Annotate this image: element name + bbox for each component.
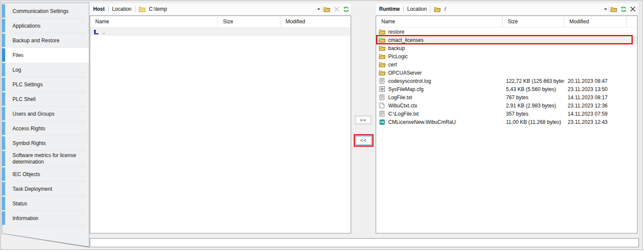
tab-accent-bar	[2, 122, 5, 135]
file-name: WibuCtxt.ctx	[388, 103, 417, 109]
file-row[interactable]: cert	[376, 60, 637, 69]
file-row[interactable]: codesyscontrol.log122,72 KB (125.663 byt…	[376, 77, 637, 85]
file-row[interactable]: OPCUAServer	[376, 69, 637, 77]
file-size: 767 bytes	[503, 94, 564, 101]
tab-accent-bar	[2, 48, 5, 62]
status-message-box	[90, 238, 639, 247]
host-refresh-button[interactable]	[342, 5, 350, 13]
file-name: C:\LogFile.txt	[388, 111, 419, 117]
file-gear-icon	[378, 86, 386, 92]
sidebar-item-plc-shell[interactable]: PLC Shell	[2, 92, 89, 107]
file-row[interactable]: CMCMLicenseNew.WibuCmRaU11,00 KB (11.268…	[376, 118, 637, 126]
sidebar-item-backup-and-restore[interactable]: Backup and Restore	[2, 33, 89, 48]
sidebar-item-label: Applications	[13, 21, 41, 31]
sidebar-item-communication-settings[interactable]: Communication Settings	[2, 4, 89, 19]
file-modified: 14.11.2023 08:17	[564, 94, 627, 101]
runtime-refresh-button[interactable]	[619, 5, 628, 13]
file-name: cert	[388, 62, 397, 68]
sidebar-item-symbol-rights[interactable]: Symbol Rights	[2, 136, 89, 151]
sidebar-item-label: IEC Objects	[13, 170, 40, 180]
sidebar-item-label: Symbol Rights	[13, 139, 46, 148]
copy-to-host-button[interactable]: <<	[355, 136, 372, 145]
up-arrow-icon	[92, 28, 100, 35]
sidebar-item-iec-objects[interactable]: IEC Objects	[2, 167, 89, 182]
sidebar-item-label: Files	[13, 50, 23, 60]
runtime-delete-button[interactable]	[628, 5, 637, 13]
tab-accent-bar	[2, 211, 5, 225]
file-name: ..	[102, 29, 105, 35]
runtime-new-folder-button[interactable]	[609, 5, 618, 13]
host-list-header: Name Size Modified	[90, 16, 351, 28]
copy-to-runtime-button[interactable]: >>	[355, 116, 371, 124]
toolbar-divider	[135, 6, 135, 13]
sidebar-item-label: Communication Settings	[13, 6, 69, 16]
host-location-label: Location	[109, 6, 135, 12]
sidebar-item-label: Task Deployment	[13, 184, 52, 194]
tab-accent-bar	[2, 34, 5, 47]
sidebar-item-label: Status	[13, 199, 27, 209]
host-rows: ..	[90, 28, 351, 36]
frame-inner-edge	[640, 2, 640, 248]
file-row[interactable]: SysFileMap.cfg5,43 KB (5.560 bytes)23.11…	[376, 85, 637, 93]
sidebar-item-users-and-groups[interactable]: Users and Groups	[2, 107, 89, 121]
sidebar-item-label: Information	[13, 214, 38, 224]
tab-accent-bar	[2, 63, 5, 76]
toolbar-divider	[609, 6, 609, 13]
file-cm-icon: CM	[378, 119, 386, 125]
file-row[interactable]: backup	[376, 44, 637, 52]
file-row[interactable]: restore	[376, 28, 637, 36]
column-header-modified[interactable]: Modified	[280, 16, 351, 27]
file-modified: 23.11.2023 13:50	[564, 86, 627, 92]
sidebar-item-software-metrics-for-license-determination[interactable]: Software metrics for license determinati…	[2, 151, 89, 167]
file-row[interactable]: ..	[90, 28, 351, 36]
file-name: OPCUAServer	[388, 70, 422, 76]
runtime-file-list: Name Size Modified restorecmact_licenses…	[376, 16, 638, 233]
sidebar-item-log[interactable]: Log	[2, 63, 89, 77]
tab-accent-bar	[2, 151, 5, 166]
runtime-location-label: Location	[404, 6, 430, 12]
sidebar-item-plc-settings[interactable]: PLC Settings	[2, 77, 89, 92]
host-file-list: Name Size Modified ..	[90, 16, 351, 233]
closed-folder-icon	[139, 6, 145, 12]
column-header-size[interactable]: Size	[503, 16, 564, 27]
toolbar-divider	[430, 6, 430, 13]
file-modified: 23.11.2023 12:36	[564, 103, 627, 109]
red-highlight-annotation: <<	[354, 134, 374, 147]
file-row[interactable]: PlcLogic	[376, 52, 637, 60]
file-row[interactable]: WibuCtxt.ctx2,91 KB (2.983 bytes)23.11.2…	[376, 101, 637, 110]
column-header-modified[interactable]: Modified	[564, 16, 627, 27]
host-delete-button[interactable]	[332, 5, 341, 13]
file-blank-icon	[378, 102, 386, 109]
file-row[interactable]: cmact_licenses	[376, 36, 637, 44]
column-header-name[interactable]: Name	[90, 16, 218, 27]
sidebar-item-files[interactable]: Files	[2, 48, 89, 63]
sidebar-item-task-deployment[interactable]: Task Deployment	[2, 182, 89, 196]
column-header-name[interactable]: Name	[376, 16, 503, 27]
file-row[interactable]: LogFile.txt767 bytes14.11.2023 08:17	[376, 93, 637, 101]
host-path-combobox[interactable]: C:\temp	[146, 6, 316, 12]
sidebar-item-label: Backup and Restore	[13, 36, 60, 46]
sidebar-item-information[interactable]: Information	[2, 211, 89, 226]
file-name: restore	[388, 29, 404, 35]
file-name: PlcLogic	[388, 54, 408, 60]
tab-accent-bar	[2, 167, 5, 181]
sidebar-item-status[interactable]: Status	[2, 196, 89, 211]
host-new-folder-button[interactable]	[323, 5, 331, 13]
file-name: CMLicenseNew.WibuCmRaU	[388, 119, 456, 125]
sidebar-item-applications[interactable]: Applications	[2, 19, 89, 33]
chevron-down-icon[interactable]	[603, 8, 609, 10]
chevron-down-icon[interactable]	[316, 8, 322, 10]
file-name: cmact_licenses	[388, 37, 424, 43]
sidebar-item-label: PLC Settings	[13, 80, 43, 90]
file-modified: 14.11.2023 07:59	[564, 111, 627, 117]
column-header-size[interactable]: Size	[218, 16, 280, 27]
file-row[interactable]: C:\LogFile.txt357 bytes14.11.2023 07:59	[376, 110, 637, 118]
sidebar-item-access-rights[interactable]: Access Rights	[2, 121, 89, 136]
runtime-rows: restorecmact_licensesbackupPlcLogiccertO…	[376, 28, 637, 126]
file-modified: 23.11.2023 12:43	[564, 119, 627, 125]
file-size: 5,43 KB (5.560 bytes)	[503, 86, 564, 92]
host-toolbar: Host Location C:\temp	[90, 3, 351, 15]
runtime-path-combobox[interactable]: /	[442, 6, 603, 12]
runtime-list-header: Name Size Modified	[376, 16, 637, 28]
file-size: 357 bytes	[503, 111, 564, 117]
